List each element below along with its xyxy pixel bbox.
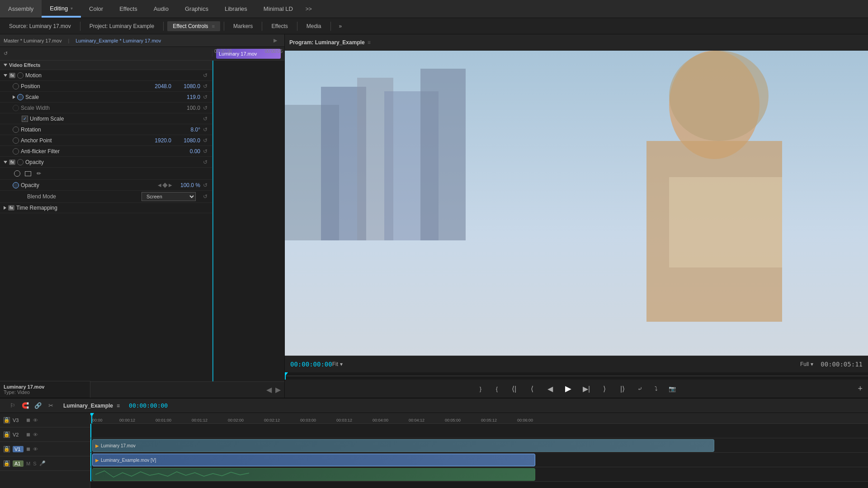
tl-link-btn[interactable]: 🔗 bbox=[33, 400, 43, 411]
video-effects-expand[interactable] bbox=[4, 64, 7, 66]
nav-audio[interactable]: Audio bbox=[146, 0, 177, 18]
tab-media[interactable]: Media bbox=[301, 21, 327, 31]
v2-cam-icon[interactable]: ◼ bbox=[26, 432, 30, 437]
add-track-btn[interactable]: + bbox=[858, 384, 863, 394]
go-to-in-btn[interactable]: ⟨| bbox=[508, 382, 520, 395]
scale-width-value[interactable]: 100.0 bbox=[173, 105, 200, 111]
tab-effect-controls[interactable]: Effect Controls ≡ bbox=[167, 21, 220, 31]
v1-clip[interactable]: ▶ Luminary_Example.mov [V] bbox=[92, 454, 535, 466]
blend-mode-select[interactable]: Normal Dissolve Darken Multiply Screen O… bbox=[142, 192, 196, 201]
pen-tool-btn[interactable]: ✏ bbox=[34, 169, 43, 178]
opacity-section-stopwatch[interactable] bbox=[17, 159, 24, 165]
toolbar-more[interactable]: » bbox=[335, 18, 347, 34]
position-y[interactable]: 1080.0 bbox=[173, 83, 200, 89]
mark-out-btn[interactable]: { bbox=[491, 383, 502, 394]
nav-libraries[interactable]: Libraries bbox=[217, 0, 255, 18]
opacity-value[interactable]: 100.0 % bbox=[173, 182, 200, 188]
rotation-reset[interactable]: ↺ bbox=[202, 127, 208, 133]
opacity-stopwatch[interactable] bbox=[13, 182, 19, 188]
nav-more[interactable]: >> bbox=[301, 0, 316, 18]
v1-lock[interactable]: 🔒 bbox=[4, 446, 10, 452]
tl-marker-btn[interactable]: ⚐ bbox=[7, 400, 18, 411]
anchor-stopwatch[interactable] bbox=[13, 137, 19, 144]
a1-solo-icon[interactable]: M bbox=[26, 461, 30, 466]
step-fwd-btn[interactable]: ⟩ bbox=[598, 382, 611, 395]
a1-lock[interactable]: 🔒 bbox=[4, 460, 10, 467]
scale-stopwatch[interactable] bbox=[17, 94, 24, 100]
rect-tool-btn[interactable] bbox=[24, 169, 33, 178]
antiflicker-value[interactable]: 0.00 bbox=[173, 148, 200, 155]
position-stopwatch[interactable] bbox=[13, 83, 19, 89]
opacity-reset[interactable]: ↺ bbox=[202, 182, 208, 188]
nav-assembly[interactable]: Assembly bbox=[0, 0, 42, 18]
a1-voice-icon[interactable]: 🎤 bbox=[39, 460, 46, 466]
play-btn[interactable]: ▶ bbox=[562, 382, 575, 395]
program-scrubber[interactable] bbox=[285, 372, 868, 380]
a1-clip[interactable] bbox=[92, 468, 535, 481]
rotation-stopwatch[interactable] bbox=[13, 127, 19, 133]
quality-dropdown[interactable]: Full ▾ bbox=[800, 361, 813, 367]
nav-minimal-ld[interactable]: Minimal LD bbox=[255, 0, 301, 18]
prev-keyframe-btn[interactable]: ◀ bbox=[157, 183, 162, 188]
step-back-btn[interactable]: ⟨ bbox=[526, 382, 538, 395]
v3-eye-icon[interactable]: 👁 bbox=[33, 418, 38, 423]
step-fwd-frame-btn[interactable]: ▶| bbox=[580, 382, 593, 395]
motion-reset[interactable]: ↺ bbox=[202, 72, 208, 79]
opacity-expand[interactable] bbox=[4, 161, 7, 164]
v2-lock[interactable]: 🔒 bbox=[4, 432, 10, 438]
nav-editing[interactable]: Editing ▾ bbox=[42, 0, 81, 18]
v1-eye-icon[interactable]: 👁 bbox=[33, 446, 38, 452]
rotation-value[interactable]: 8.0° bbox=[173, 127, 200, 133]
timeline-timecode[interactable]: 00:00:00:00 bbox=[129, 402, 168, 409]
video-effects-header[interactable]: Video Effects bbox=[0, 61, 212, 70]
anchor-y[interactable]: 1080.0 bbox=[173, 137, 200, 144]
tab-effects[interactable]: Effects bbox=[266, 21, 293, 31]
tl-snap-btn[interactable]: 🧲 bbox=[20, 400, 31, 411]
insert-btn[interactable]: ⤶ bbox=[634, 383, 645, 394]
time-remap-expand[interactable] bbox=[4, 206, 6, 210]
position-x[interactable]: 2048.0 bbox=[144, 83, 171, 89]
uniform-scale-checkbox[interactable] bbox=[22, 116, 28, 122]
ec-next-frame[interactable]: ▶ bbox=[275, 385, 281, 394]
next-keyframe-btn[interactable]: ▶ bbox=[168, 183, 173, 188]
program-menu-icon[interactable]: ≡ bbox=[368, 39, 371, 46]
opacity-section-reset[interactable]: ↺ bbox=[202, 159, 208, 165]
nav-color[interactable]: Color bbox=[81, 0, 111, 18]
tab-source[interactable]: Source: Luminary 17.mov bbox=[4, 21, 76, 31]
circle-tool-btn[interactable] bbox=[13, 169, 22, 178]
scale-width-reset[interactable]: ↺ bbox=[202, 105, 208, 111]
v3-cam-icon[interactable]: ◼ bbox=[26, 417, 30, 423]
nav-effects[interactable]: Effects bbox=[111, 0, 146, 18]
reset-all-icon[interactable]: ↺ bbox=[4, 51, 8, 56]
overwrite-btn[interactable]: ⤵ bbox=[651, 383, 661, 394]
export-btn[interactable]: 📷 bbox=[667, 383, 678, 394]
scale-value[interactable]: 119.0 bbox=[173, 94, 200, 100]
v2-clip[interactable]: ▶ Luminary 17.mov bbox=[92, 439, 714, 452]
tab-project[interactable]: Project: Luminary Example bbox=[84, 21, 160, 31]
tl-razor-btn[interactable]: ✂ bbox=[45, 400, 56, 411]
antiflicker-stopwatch[interactable] bbox=[13, 148, 19, 155]
nav-graphics[interactable]: Graphics bbox=[177, 0, 217, 18]
uniform-scale-reset[interactable]: ↺ bbox=[202, 116, 208, 122]
v1-cam-icon[interactable]: ◼ bbox=[26, 446, 30, 452]
expand-icon[interactable]: ▶ bbox=[274, 38, 277, 43]
position-reset[interactable]: ↺ bbox=[202, 83, 208, 89]
step-back-frame-btn[interactable]: ◀ bbox=[544, 382, 557, 395]
a1-mute-icon[interactable]: S bbox=[33, 461, 36, 466]
tab-markers[interactable]: Markers bbox=[228, 21, 258, 31]
program-timecode[interactable]: 00:00:00:00 bbox=[290, 361, 332, 368]
go-to-out-btn[interactable]: |⟩ bbox=[616, 382, 629, 395]
scale-reset[interactable]: ↺ bbox=[202, 94, 208, 100]
scale-width-stopwatch[interactable] bbox=[13, 105, 19, 111]
seq-menu-icon[interactable]: ≡ bbox=[117, 403, 120, 409]
motion-stopwatch[interactable] bbox=[17, 72, 24, 79]
antiflicker-reset[interactable]: ↺ bbox=[202, 148, 208, 155]
mark-in-btn[interactable]: } bbox=[475, 383, 486, 394]
ec-prev-frame[interactable]: ◀ bbox=[266, 385, 272, 394]
add-keyframe-btn[interactable] bbox=[162, 183, 167, 188]
motion-expand[interactable] bbox=[4, 74, 7, 77]
anchor-x[interactable]: 1920.0 bbox=[144, 137, 171, 144]
anchor-reset[interactable]: ↺ bbox=[202, 137, 208, 144]
scale-expand[interactable] bbox=[13, 95, 15, 99]
v2-eye-icon[interactable]: 👁 bbox=[33, 432, 38, 437]
